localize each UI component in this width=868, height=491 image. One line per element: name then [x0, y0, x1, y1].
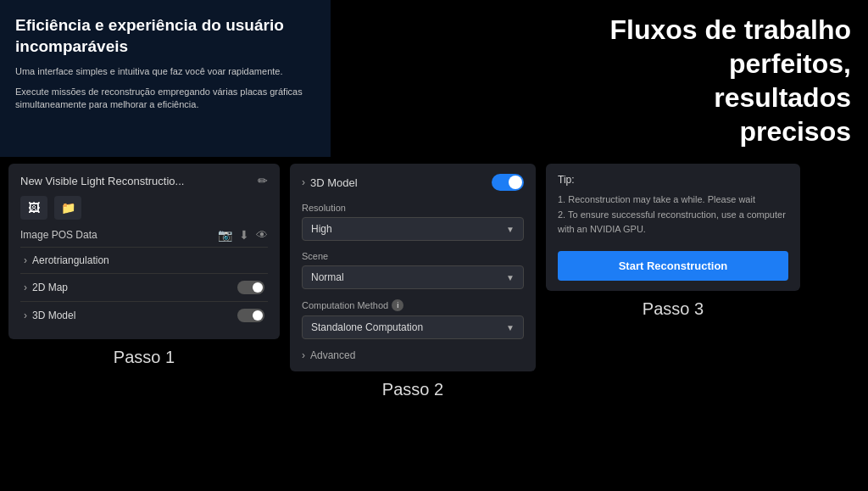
hero-right-line3: precisos: [739, 116, 851, 147]
computation-label-text: Computation Method: [302, 300, 388, 310]
section-2dmap-label: › 2D Map: [24, 282, 68, 293]
info-icon: i: [392, 299, 403, 311]
advanced-label: Advanced: [310, 349, 355, 361]
top-middle-spacer: [331, 0, 593, 157]
folder-icon-btn[interactable]: 📁: [54, 196, 81, 220]
step1-column: New Visible Light Reconstructio... ✏ 🖼 📁…: [8, 164, 280, 367]
computation-select[interactable]: Standalone Computation ▼: [302, 315, 524, 339]
section-aerotriangulation[interactable]: › Aerotriangulation: [20, 247, 268, 273]
step1-panel-title: New Visible Light Reconstructio...: [20, 175, 184, 187]
step2-model-title: › 3D Model: [302, 176, 358, 189]
resolution-arrow: ▼: [506, 225, 515, 234]
eye-icon[interactable]: 👁: [256, 228, 268, 242]
camera-icon[interactable]: 📷: [218, 228, 232, 242]
section-3dmodel[interactable]: › 3D Model: [20, 301, 268, 329]
image-pos-label: Image POS Data: [20, 229, 97, 241]
hero-right-panel: Fluxos de trabalho perfeitos, resultados…: [593, 0, 868, 157]
hero-right-line2: perfeitos, resultados: [714, 48, 851, 113]
hero-heading: Eficiência e experiência do usuário inco…: [15, 15, 314, 57]
advanced-row[interactable]: › Advanced: [302, 349, 524, 361]
chevron-model: ›: [302, 176, 305, 188]
computation-arrow: ▼: [506, 323, 515, 332]
step1-title-row: New Visible Light Reconstructio... ✏: [20, 174, 268, 187]
aerotriangulation-text: Aerotriangulation: [32, 254, 109, 266]
tip-title: Tip:: [558, 174, 788, 186]
image-pos-row: Image POS Data 📷 ⬇ 👁: [20, 228, 268, 242]
step2-panel: › 3D Model Resolution High ▼ Scene Norma…: [290, 164, 536, 371]
step2-column: › 3D Model Resolution High ▼ Scene Norma…: [290, 164, 536, 399]
tip-content: 1. Reconstruction may take a while. Plea…: [558, 192, 788, 237]
step1-label: Passo 1: [114, 348, 175, 367]
steps-section: New Visible Light Reconstructio... ✏ 🖼 📁…: [0, 157, 868, 491]
toggle-3dmodel-step2[interactable]: [492, 174, 524, 191]
hero-paragraph2: Execute missões de reconstrução empregan…: [15, 86, 314, 112]
tip-line2: 2. To ensure successful reconstruction, …: [558, 209, 786, 235]
edit-icon[interactable]: ✏: [258, 174, 268, 187]
chevron-3dmodel: ›: [24, 310, 27, 321]
hero-right-line1: Fluxos de trabalho: [610, 14, 851, 45]
scene-select[interactable]: Normal ▼: [302, 265, 524, 289]
toggle-3dmodel[interactable]: [237, 309, 264, 322]
step3-label: Passo 3: [643, 299, 704, 319]
image-pos-icons: 📷 ⬇ 👁: [218, 228, 268, 242]
computation-label-row: Computation Method i: [302, 299, 524, 311]
chevron-aerotriangulation: ›: [24, 254, 27, 266]
step3-column: Tip: 1. Reconstruction may take a while.…: [546, 164, 800, 319]
section-2dmap[interactable]: › 2D Map: [20, 273, 268, 301]
step2-model-header: › 3D Model: [302, 174, 524, 191]
2dmap-text: 2D Map: [32, 282, 68, 293]
resolution-label: Resolution: [302, 203, 524, 213]
scene-value: Normal: [311, 271, 344, 283]
model-title-text: 3D Model: [310, 176, 358, 189]
scene-label: Scene: [302, 251, 524, 261]
3dmodel-text: 3D Model: [32, 310, 75, 321]
image-icon-btn[interactable]: 🖼: [20, 196, 47, 220]
step1-icon-row: 🖼 📁: [20, 196, 268, 220]
toggle-2dmap[interactable]: [237, 281, 264, 294]
computation-value: Standalone Computation: [311, 321, 423, 333]
chevron-advanced: ›: [302, 349, 305, 361]
section-3dmodel-label: › 3D Model: [24, 310, 75, 321]
step2-label: Passo 2: [382, 380, 443, 399]
download-icon[interactable]: ⬇: [239, 228, 249, 242]
resolution-value: High: [311, 223, 332, 235]
section-aerotriangulation-label: › Aerotriangulation: [24, 254, 109, 266]
hero-right-text: Fluxos de trabalho perfeitos, resultados…: [593, 13, 851, 148]
step3-panel: Tip: 1. Reconstruction may take a while.…: [546, 164, 800, 291]
hero-paragraph1: Uma interface simples e intuitiva que fa…: [15, 65, 314, 78]
resolution-select[interactable]: High ▼: [302, 217, 524, 241]
tip-line1: 1. Reconstruction may take a while. Plea…: [558, 194, 755, 204]
scene-arrow: ▼: [506, 273, 515, 282]
start-reconstruction-button[interactable]: Start Reconstruction: [558, 251, 788, 281]
hero-left-panel: Eficiência e experiência do usuário inco…: [0, 0, 331, 157]
step1-panel: New Visible Light Reconstructio... ✏ 🖼 📁…: [8, 164, 280, 339]
chevron-2dmap: ›: [24, 282, 27, 293]
